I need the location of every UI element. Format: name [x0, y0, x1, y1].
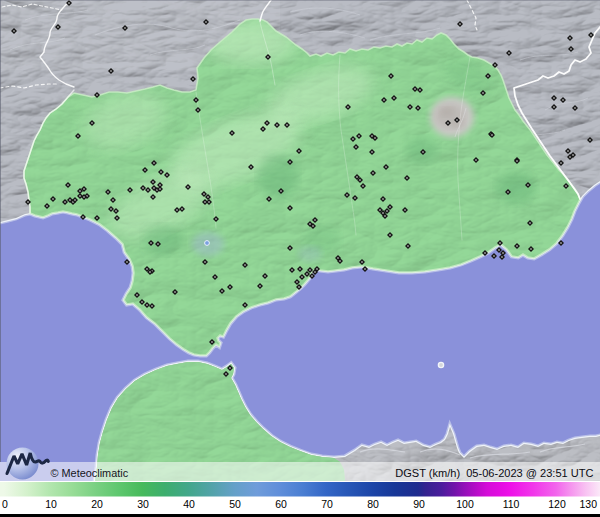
svg-text:130: 130: [579, 498, 597, 510]
svg-text:110: 110: [503, 498, 520, 510]
svg-text:20: 20: [91, 498, 103, 510]
svg-text:80: 80: [367, 498, 379, 510]
svg-text:90: 90: [413, 498, 425, 510]
svg-text:© Meteoclimatic: © Meteoclimatic: [51, 467, 129, 479]
svg-text:0: 0: [2, 498, 8, 510]
svg-text:10: 10: [45, 498, 57, 510]
svg-text:70: 70: [321, 498, 333, 510]
svg-text:100: 100: [456, 498, 474, 510]
svg-text:60: 60: [275, 498, 287, 510]
svg-text:120: 120: [548, 498, 566, 510]
svg-text:40: 40: [183, 498, 195, 510]
svg-text:DGST (km/h) 05-06-2023 @ 23:5: DGST (km/h) 05-06-2023 @ 23:51 UTC: [395, 467, 593, 479]
svg-text:50: 50: [229, 498, 241, 510]
svg-text:30: 30: [137, 498, 149, 510]
